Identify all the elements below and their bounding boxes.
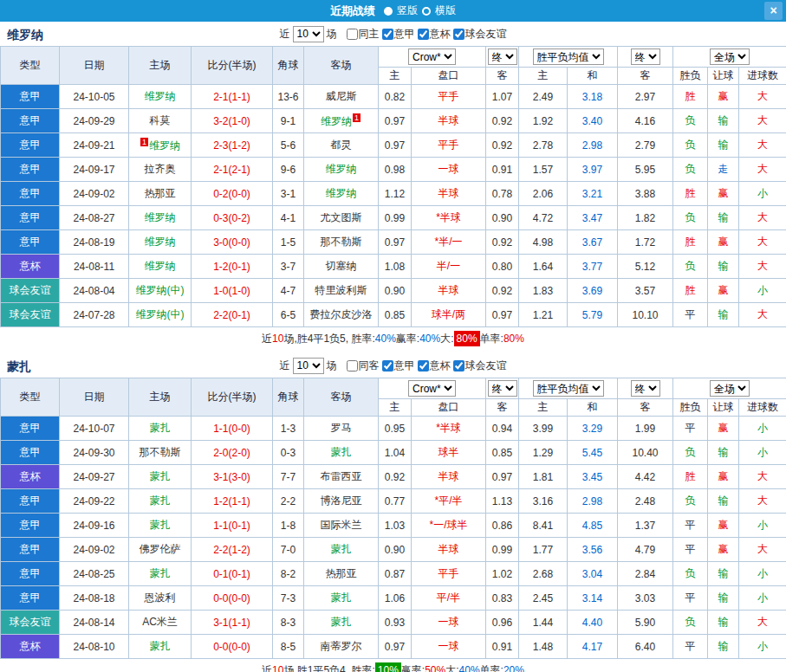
team-name-text: 蒙扎 <box>331 616 352 628</box>
cell-eu-draw-odds: 4.17 <box>568 635 618 659</box>
col-away-header: 客场 <box>304 47 379 85</box>
cell-goals: 小 <box>739 514 786 538</box>
cell-home-team: 佛罗伦萨 <box>129 538 192 562</box>
cell-date: 24-09-02 <box>60 182 129 206</box>
vertical-layout-label[interactable]: 竖版 <box>397 3 418 18</box>
league-checkbox-coppa[interactable] <box>418 360 429 372</box>
eu-time-select[interactable]: 终 <box>631 48 660 65</box>
cell-competition: 意甲 <box>1 586 60 611</box>
team-name-text: 维罗纳 <box>145 211 176 223</box>
recent-count-select[interactable]: 10 <box>293 358 324 374</box>
avg-odds-select[interactable]: 胜平负均值 <box>533 380 604 397</box>
cell-corners: 4-1 <box>273 206 304 230</box>
horizontal-layout-label[interactable]: 横版 <box>435 3 456 18</box>
ah-time-select[interactable]: 终 <box>488 380 517 397</box>
cell-eu-draw-odds: 5.79 <box>568 303 618 327</box>
cell-competition: 意甲 <box>1 417 60 441</box>
league-label-serie-a: 意甲 <box>394 359 415 373</box>
cell-score: 1-2(1-1) <box>192 489 273 514</box>
cell-goals: 小 <box>739 586 786 611</box>
vertical-layout-radio[interactable] <box>384 7 393 16</box>
cell-eu-away-odds: 5.95 <box>618 158 673 182</box>
league-option-serie-a[interactable]: 意甲 <box>382 359 415 373</box>
same-venue-checkbox[interactable] <box>347 29 358 40</box>
cell-eu-draw-odds: 3.14 <box>568 586 618 611</box>
cell-eu-home-odds: 1.29 <box>519 441 568 465</box>
team-name-text: 特里波利斯 <box>315 284 367 296</box>
col-home-header: 主场 <box>129 47 192 85</box>
league-checkbox-friendly[interactable] <box>453 360 464 372</box>
same-venue-option[interactable]: 同客 <box>347 359 380 373</box>
cell-ah-away-odds: 0.97 <box>486 303 519 327</box>
cell-competition: 意甲 <box>1 109 60 133</box>
summary-line: 近10场,胜1平5负4, 胜率: 10% 赢率:50% 大:40% 单率:20% <box>0 659 786 672</box>
cell-eu-home-odds: 2.49 <box>519 85 568 109</box>
col-score-header: 比分(半场) <box>192 47 273 85</box>
cell-ah-away-odds: 0.99 <box>486 538 519 562</box>
cell-ah-away-odds: 0.92 <box>486 109 519 133</box>
cell-date: 24-08-19 <box>60 230 129 255</box>
scope-select[interactable]: 全场 <box>710 48 750 65</box>
cell-ah-away-odds: 1.13 <box>486 489 519 514</box>
cell-competition: 意杯 <box>1 635 60 659</box>
summary-segment: 大: <box>440 332 453 346</box>
league-option-friendly[interactable]: 球会友谊 <box>453 27 507 42</box>
league-option-coppa[interactable]: 意杯 <box>418 359 451 373</box>
col-corner-header: 角球 <box>273 47 304 85</box>
summary-segment: 近 <box>262 663 272 672</box>
league-checkbox-friendly[interactable] <box>453 29 464 40</box>
cell-eu-away-odds: 4.16 <box>618 109 673 133</box>
cell-corners: 7-3 <box>273 586 304 611</box>
cell-competition: 球会友谊 <box>1 611 60 635</box>
col-eu-away-header: 客 <box>618 399 673 417</box>
cell-result: 胜 <box>673 279 708 303</box>
league-option-friendly[interactable]: 球会友谊 <box>453 359 507 373</box>
scope-select[interactable]: 全场 <box>710 380 750 397</box>
cell-score: 2-1(2-1) <box>192 158 273 182</box>
league-checkbox-coppa[interactable] <box>418 29 429 40</box>
avg-odds-select[interactable]: 胜平负均值 <box>533 48 604 65</box>
cell-ah-home-odds: 0.97 <box>379 133 412 158</box>
cell-goals: 大 <box>739 109 786 133</box>
cell-ah-away-odds: 0.97 <box>486 465 519 489</box>
cell-result: 胜 <box>673 230 708 255</box>
cell-handicap: 半/一 <box>412 255 486 279</box>
cell-handicap-result: 输 <box>708 489 739 514</box>
summary-segment: 20% <box>503 663 524 672</box>
cell-score: 3-1(3-0) <box>192 465 273 489</box>
cell-result: 平 <box>673 417 708 441</box>
cell-handicap: 球半 <box>412 441 486 465</box>
team-section-verona: 维罗纳 近 10 场 同主 意甲 意杯 球会友谊 <box>0 22 786 348</box>
league-option-serie-a[interactable]: 意甲 <box>382 27 415 42</box>
cell-eu-home-odds: 2.78 <box>519 133 568 158</box>
same-venue-checkbox[interactable] <box>347 360 358 372</box>
summary-segment: 10% <box>375 662 401 672</box>
match-table: 类型 日期 主场 比分(半场) 角球 客场 Crow* 终 胜平负均值 终 全场… <box>0 46 786 327</box>
same-venue-option[interactable]: 同主 <box>347 27 380 42</box>
col-score-header: 比分(半场) <box>192 378 273 417</box>
cell-ah-away-odds: 0.92 <box>486 230 519 255</box>
horizontal-layout-radio[interactable] <box>422 7 431 16</box>
cell-handicap: 平手 <box>412 133 486 158</box>
cell-corners: 9-1 <box>273 109 304 133</box>
cell-corners: 3-7 <box>273 255 304 279</box>
col-type-header: 类型 <box>1 378 60 417</box>
close-icon[interactable]: × <box>764 2 783 20</box>
cell-away-team: 布雷西亚 <box>304 465 379 489</box>
cell-competition: 球会友谊 <box>1 303 60 327</box>
league-checkbox-serie-a[interactable] <box>382 29 393 40</box>
cell-ah-home-odds: 0.77 <box>379 489 412 514</box>
bookmaker-select[interactable]: Crow* <box>408 48 456 65</box>
eu-time-select[interactable]: 终 <box>631 380 660 397</box>
bookmaker-select[interactable]: Crow* <box>408 380 456 397</box>
league-option-coppa[interactable]: 意杯 <box>418 27 451 42</box>
cell-eu-draw-odds: 3.18 <box>568 85 618 109</box>
cell-result: 平 <box>673 514 708 538</box>
cell-result: 负 <box>673 611 708 635</box>
cell-corners: 5-6 <box>273 133 304 158</box>
summary-segment: 40% <box>375 332 396 346</box>
ah-time-select[interactable]: 终 <box>488 48 517 65</box>
recent-count-select[interactable]: 10 <box>293 26 324 42</box>
col-ah-away-header: 客 <box>486 68 519 85</box>
league-checkbox-serie-a[interactable] <box>382 360 393 372</box>
